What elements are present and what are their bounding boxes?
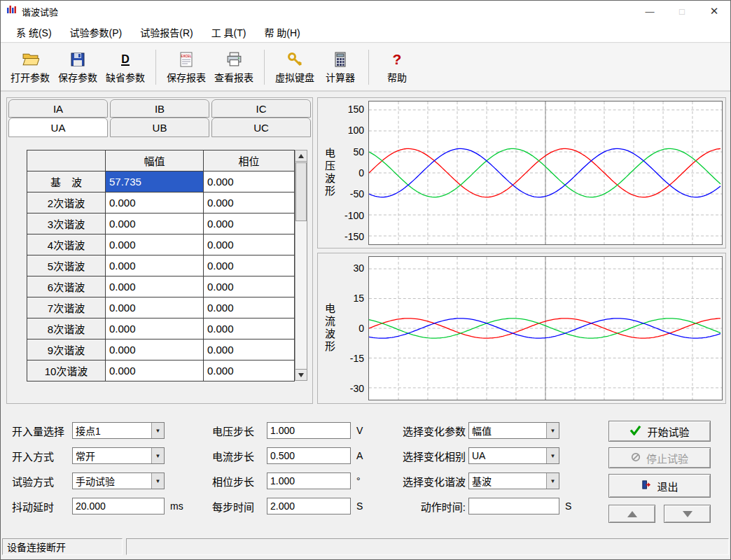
phase-cell[interactable]: 0.000 [204, 360, 295, 382]
change-param-select-label: 选择变化参数 [396, 424, 468, 438]
tab-ia[interactable]: IA [8, 99, 108, 118]
row-label: 基 波 [27, 172, 106, 192]
phase-step-input[interactable] [267, 472, 351, 489]
phase-cell[interactable]: 0.000 [204, 234, 295, 255]
y-tick-label: 150 [335, 104, 364, 115]
menu-item-2[interactable]: 试验参数(P) [63, 22, 130, 42]
combo-value: 常开 [73, 449, 151, 463]
toolbar-button-3[interactable]: D缺省参数 [102, 48, 149, 86]
test-mode-select[interactable]: 手动试验▼ [72, 472, 165, 489]
exit-button[interactable]: 退出 [608, 474, 711, 498]
start-test-button[interactable]: 开始试验 [608, 421, 711, 442]
toolbar-button-label: 保存参数 [58, 70, 97, 84]
tab-ub[interactable]: UB [110, 118, 209, 137]
phase-cell[interactable]: 0.000 [204, 192, 295, 214]
toolbar-button-2[interactable]: 保存参数 [54, 48, 102, 86]
jitter-delay-input[interactable] [72, 498, 165, 514]
y-tick-label: 50 [335, 146, 364, 158]
chevron-down-icon[interactable]: ▼ [546, 473, 559, 489]
amplitude-cell[interactable]: 0.000 [106, 298, 204, 318]
phase-step-input-unit: ° [356, 475, 361, 486]
toolbar-button-1[interactable]: 打开参数 [6, 48, 54, 86]
close-button[interactable]: ✕ [698, 1, 730, 22]
amplitude-cell[interactable]: 0.000 [106, 255, 204, 276]
voltage-step-input-label: 电压步长 [212, 424, 267, 438]
row-label: 4次谐波 [27, 234, 106, 255]
arrow-up-icon [627, 511, 637, 517]
phase-cell[interactable]: 0.000 [204, 298, 295, 318]
stop-icon [631, 452, 641, 464]
menu-item-1[interactable]: 系 统(S) [9, 22, 59, 42]
amplitude-cell[interactable]: 0.000 [106, 276, 204, 298]
chevron-down-icon[interactable]: ▼ [546, 423, 559, 438]
input-mode-select[interactable]: 常开▼ [72, 447, 165, 464]
toolbar-button-7[interactable]: 计算器 [319, 48, 362, 86]
step-down-button[interactable] [664, 505, 711, 523]
phase-cell[interactable]: 0.000 [204, 340, 295, 360]
jitter-delay-input-unit: ms [170, 500, 183, 512]
scrollbar-track[interactable] [295, 162, 307, 368]
change-phase-select[interactable]: UA▼ [468, 447, 559, 464]
y-tick-label: 0 [335, 167, 364, 178]
scroll-down-button[interactable] [295, 369, 307, 380]
amplitude-cell[interactable]: 0.000 [106, 360, 204, 382]
phase-step-input-label: 相位步长 [212, 474, 267, 489]
toolbar-button-4[interactable]: EXCEL保存报表 [162, 48, 210, 86]
current-step-input-label: 电流步长 [212, 449, 267, 463]
exit-icon [641, 479, 651, 492]
toolbar-button-label: 虚拟键盘 [275, 70, 314, 84]
toolbar-button-8[interactable]: ?帮助 [375, 48, 419, 86]
amplitude-cell[interactable]: 0.000 [106, 214, 204, 234]
step-up-button[interactable] [608, 505, 655, 523]
chevron-down-icon[interactable]: ▼ [151, 473, 164, 489]
voltage-waveform-chart: 电压波形 150100500-50-100-150 [317, 97, 726, 248]
current-step-input[interactable] [267, 447, 351, 464]
scrollbar-thumb[interactable] [295, 162, 307, 221]
app-window: 谐波试验 — □ ✕ 系 统(S)试验参数(P)试验报告(R)工 具(T)帮 助… [0, 0, 731, 560]
y-tick-label: -50 [335, 188, 364, 200]
menu-item-4[interactable]: 工 具(T) [204, 22, 253, 42]
chevron-down-icon[interactable]: ▼ [546, 448, 559, 463]
table-row: 8次谐波0.0000.000 [27, 318, 295, 340]
contact-select[interactable]: 接点1▼ [72, 422, 165, 439]
table-row: 3次谐波0.0000.000 [27, 214, 295, 234]
tab-ua[interactable]: UA [8, 118, 108, 137]
chevron-down-icon[interactable]: ▼ [151, 423, 164, 438]
chevron-down-icon[interactable]: ▼ [151, 448, 164, 463]
step-time-input[interactable] [267, 498, 351, 514]
phase-cell[interactable]: 0.000 [204, 214, 295, 234]
phase-cell[interactable]: 0.000 [204, 276, 295, 298]
voltage-step-input[interactable] [267, 422, 351, 439]
status-bar-spacer [126, 538, 729, 555]
table-row: 7次谐波0.0000.000 [27, 298, 295, 318]
amplitude-cell[interactable]: 0.000 [106, 192, 204, 214]
amplitude-cell[interactable]: 0.000 [106, 234, 204, 255]
current-step-input-unit: A [356, 450, 363, 461]
phase-cell[interactable]: 0.000 [204, 318, 295, 340]
stop-test-button[interactable]: 停止试验 [608, 447, 711, 468]
action-time-input[interactable] [468, 498, 559, 514]
status-bar: 设备连接断开 [2, 538, 729, 555]
scroll-up-button[interactable] [295, 150, 307, 162]
toolbar-button-5[interactable]: 查看报表 [210, 48, 258, 86]
tab-uc[interactable]: UC [211, 118, 311, 137]
toolbar-button-label: 查看报表 [214, 70, 253, 84]
menu-item-5[interactable]: 帮 助(H) [257, 22, 307, 42]
amplitude-cell[interactable]: 57.735 [106, 172, 204, 192]
tab-ic[interactable]: IC [211, 99, 311, 118]
minimize-button[interactable]: — [634, 1, 666, 22]
table-scrollbar[interactable] [295, 150, 307, 381]
amplitude-cell[interactable]: 0.000 [106, 318, 204, 340]
maximize-button[interactable]: □ [666, 1, 698, 22]
menu-item-3[interactable]: 试验报告(R) [133, 22, 200, 42]
tab-ib[interactable]: IB [110, 99, 209, 118]
toolbar-button-6[interactable]: 虚拟键盘 [271, 48, 319, 86]
y-tick-label: -30 [335, 383, 364, 394]
change-param-select[interactable]: 幅值▼ [468, 422, 559, 439]
harmonics-panel: IAIBIC UAUBUC 幅值相位 基 波57.7350.0002次谐波0.0… [6, 97, 313, 404]
change-harmonic-select[interactable]: 基波▼ [468, 472, 559, 489]
amplitude-cell[interactable]: 0.000 [106, 340, 204, 360]
phase-cell[interactable]: 0.000 [204, 255, 295, 276]
voltage-step-input-unit: V [356, 425, 363, 436]
phase-cell[interactable]: 0.000 [204, 172, 295, 192]
